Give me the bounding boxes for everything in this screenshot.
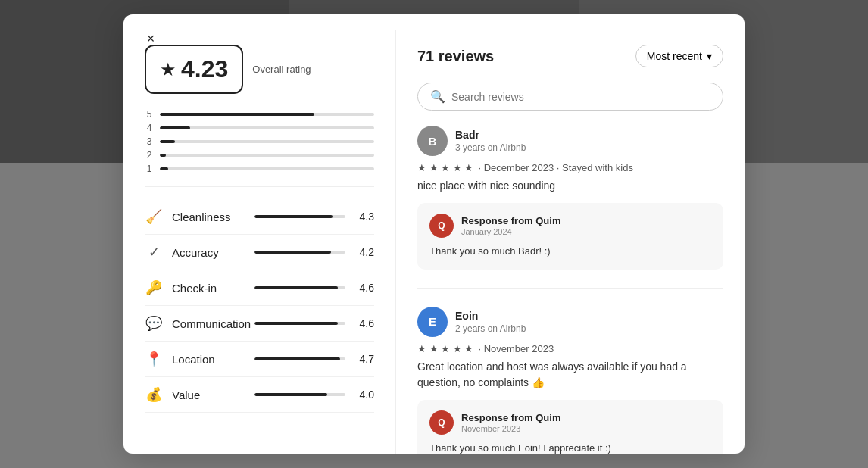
metric-row-accuracy: ✓ Accuracy 4.2 [145,235,374,270]
response-text-eoin: Thank you so much Eoin! I appreciate it … [429,441,711,454]
metric-value-check-in: 4.6 [351,282,374,294]
divider [145,186,374,187]
review-author-row: B Badr 3 years on Airbnb [417,126,723,156]
bar-row-5: 5 [145,109,374,120]
bar-row-2: 2 [145,150,374,161]
metric-icon-cleanliness: 🧹 [145,208,163,225]
metric-value-communication: 4.6 [351,317,374,329]
metric-bar-fill-location [254,357,340,360]
review-author-row: E Eoin 2 years on Airbnb [417,307,723,337]
reviews-header: 71 reviews Most recent ▾ [417,45,723,67]
response-date-badr: January 2024 [461,227,560,236]
response-header-badr: Q Response from Quim January 2024 [429,214,711,238]
metric-bar-track-check-in [254,286,345,289]
bar-row-3: 3 [145,136,374,147]
metric-icon-accuracy: ✓ [145,244,163,261]
metric-value-location: 4.7 [351,353,374,365]
response-header-eoin: Q Response from Quim November 2023 [429,410,711,435]
bar-level-5: 5 [145,109,154,120]
response-from-eoin: Response from Quim [461,412,560,423]
metric-row-cleanliness: 🧹 Cleanliness 4.3 [145,199,374,235]
metric-row-communication: 💬 Communication 4.6 [145,306,374,342]
metric-bar-track-cleanliness [254,215,345,218]
bar-track-4 [160,126,374,129]
bar-fill-4 [160,126,190,129]
bar-fill-1 [160,167,168,170]
metric-icon-communication: 💬 [145,315,163,332]
metric-icon-location: 📍 [145,351,163,367]
metric-value-accuracy: 4.2 [351,246,374,258]
review-meta-badr: ★ ★ ★ ★ ★ · December 2023 · Stayed with … [417,162,723,173]
review-text-badr: nice place with nice sounding [417,178,723,194]
metric-bar-fill-cleanliness [254,215,333,218]
author-meta-badr: 3 years on Airbnb [455,142,526,153]
overall-rating-label: Overall rating [252,64,311,75]
response-avatar-eoin: Q [429,410,454,435]
overall-rating: 4.23 [181,55,228,83]
rating-bars: 5 4 3 2 1 [145,109,374,174]
close-icon: × [147,31,155,47]
chevron-down-icon: ▾ [707,50,712,62]
bar-fill-2 [160,154,166,157]
review-block-badr: B Badr 3 years on Airbnb ★ ★ ★ ★ ★ · Dec… [417,126,723,289]
metric-value-cleanliness: 4.3 [351,211,374,223]
modal-body: ★ 4.23 Overall rating 5 4 3 2 1 [123,30,745,454]
modal-header: × [123,14,745,30]
metric-bar-track-accuracy [254,251,345,254]
avatar-badr: B [417,126,448,156]
bar-fill-3 [160,140,175,143]
reviews-modal: × ★ 4.23 Overall rating 5 4 [123,14,745,454]
bar-track-5 [160,113,374,116]
metric-icon-value: 💰 [145,386,163,403]
bar-row-4: 4 [145,123,374,133]
search-bar[interactable]: 🔍 [417,83,723,111]
star-icon-eoin: ★ ★ ★ ★ ★ [417,343,473,354]
close-button[interactable]: × [139,27,163,51]
response-block-eoin: Q Response from Quim November 2023 Thank… [417,400,723,454]
metric-bar-fill-check-in [254,286,338,289]
response-text-badr: Thank you so much Badr! :) [429,244,711,259]
bar-level-2: 2 [145,150,154,161]
review-block-eoin: E Eoin 2 years on Airbnb ★ ★ ★ ★ ★ · Nov… [417,307,723,454]
metric-label-communication: Communication [172,317,251,330]
response-from-badr: Response from Quim [461,215,560,226]
sort-dropdown[interactable]: Most recent ▾ [635,45,723,67]
bar-row-1: 1 [145,164,374,174]
bar-fill-5 [160,113,314,116]
rating-header: ★ 4.23 Overall rating [145,45,374,94]
response-avatar-badr: Q [429,214,454,238]
metric-bar-fill-accuracy [254,251,331,254]
rating-badge: ★ 4.23 [145,45,243,94]
right-panel: 71 reviews Most recent ▾ 🔍 B Badr 3 year… [396,30,745,454]
star-icon-badr: ★ ★ ★ ★ ★ [417,162,473,173]
author-name-badr: Badr [455,129,526,141]
review-text-eoin: Great location and host was always avail… [417,359,723,391]
avatar-eoin: E [417,307,448,337]
bar-track-3 [160,140,374,143]
search-input[interactable] [451,91,710,103]
bar-level-1: 1 [145,164,154,174]
sort-label: Most recent [647,50,702,62]
reviews-list: B Badr 3 years on Airbnb ★ ★ ★ ★ ★ · Dec… [417,126,723,454]
response-date-eoin: November 2023 [461,424,560,433]
metric-row-value: 💰 Value 4.0 [145,377,374,413]
metric-label-cleanliness: Cleanliness [172,211,231,223]
metric-bar-fill-value [254,393,327,396]
review-date-badr: · December 2023 · Stayed with kids [478,162,633,173]
metric-bar-track-communication [254,322,345,325]
metric-value-value: 4.0 [351,388,374,401]
metric-label-value: Value [172,388,200,401]
review-date-eoin: · November 2023 [478,343,554,354]
search-icon: 🔍 [430,89,445,104]
author-name-eoin: Eoin [455,310,526,322]
modal-overlay: × ★ 4.23 Overall rating 5 4 [0,0,868,468]
metric-label-location: Location [172,353,215,366]
star-icon: ★ [160,59,176,80]
metric-row-location: 📍 Location 4.7 [145,342,374,377]
response-block-badr: Q Response from Quim January 2024 Thank … [417,203,723,270]
metric-label-accuracy: Accuracy [172,246,219,259]
left-panel: ★ 4.23 Overall rating 5 4 3 2 1 [123,30,396,454]
reviews-count-title: 71 reviews [417,48,494,65]
bar-level-4: 4 [145,123,154,133]
metric-bar-track-value [254,393,345,396]
